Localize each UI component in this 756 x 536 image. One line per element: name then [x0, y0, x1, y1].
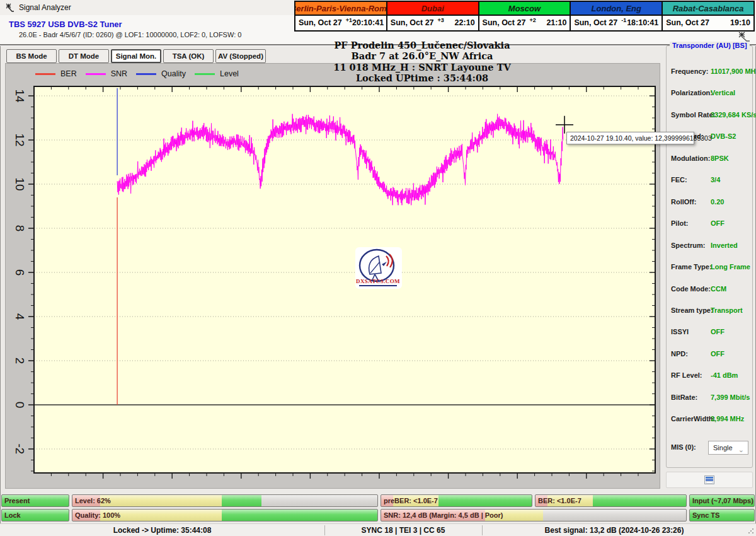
clock-city-label: Dubai	[387, 2, 478, 16]
tab-tsa[interactable]: TSA (OK)	[163, 49, 214, 63]
legend-item-quality: Quality	[136, 69, 186, 78]
field-value: OFF	[711, 219, 724, 227]
clock-date: Sun, Oct 27	[391, 18, 434, 27]
field-value: OFF	[711, 350, 724, 358]
field-value: DVB-S2	[711, 132, 736, 140]
status-uptime: Locked -> Uptime: 35:44:08	[0, 524, 324, 536]
legend-item-snr: SNR	[86, 69, 127, 78]
field-label: Modulation:	[671, 154, 710, 163]
clock-dubai: Dubai Sun, Oct 27 +3 22:10	[386, 2, 478, 30]
field-label: Pilot:	[671, 219, 689, 228]
mis-select[interactable]: Single ⌄	[708, 441, 748, 455]
clock-date: Sun, Oct 27	[483, 18, 526, 27]
chart-title: PF Prodelin 450_Lučenec/Slovakia Badr 7 …	[220, 40, 624, 84]
field-label: FEC:	[671, 176, 687, 185]
present-label: Present	[2, 495, 69, 506]
ber-bar: BER: <1.0E-7	[535, 494, 687, 507]
y-axis-tick-label: 14	[11, 88, 28, 104]
ber-label: BER: <1.0E-7	[536, 495, 686, 506]
legend-label: BER	[60, 69, 77, 78]
clock-date: Sun, Oct 27	[574, 18, 617, 27]
clock-rabat: Rabat-Casablanca Sun, Oct 27 19:10	[662, 2, 753, 30]
y-axis-tick-label: 2	[11, 352, 28, 369]
transponder-field-row: Modulation:8PSK	[671, 154, 752, 163]
world-clocks: Berlin-Paris-Vienna-Roma Sun, Oct 27 +1 …	[294, 1, 755, 32]
preber-label: preBER: <1.0E-7	[381, 495, 532, 506]
field-label: ISSYI	[671, 328, 689, 337]
clock-date: Sun, Oct 27	[299, 18, 342, 27]
y-axis-tick-label: 12	[11, 132, 28, 148]
clock-utc-offset: +3	[438, 17, 444, 23]
chart-title-line1: PF Prodelin 450_Lučenec/Slovakia	[220, 40, 624, 50]
tab-signal-mon[interactable]: Signal Mon.	[111, 49, 161, 63]
status-sync: SYNC 18 | TEI 3 | CC 65	[324, 524, 482, 536]
clock-utc-offset: +1	[346, 17, 352, 23]
field-value: Transport	[711, 306, 743, 314]
field-label: RF Level:	[671, 371, 702, 380]
mis-selected-value: Single	[713, 444, 733, 452]
field-label: NPD:	[671, 350, 688, 359]
input-indicator: Input (~7,07 Mbps)	[689, 494, 755, 507]
preber-bar: preBER: <1.0E-7	[381, 494, 532, 507]
syncts-indicator: Sync TS	[689, 509, 755, 521]
lock-label: Lock	[2, 510, 69, 521]
ber-line-swatch	[35, 73, 55, 75]
clock-time: 20:10:41	[352, 18, 384, 27]
y-axis-tick-label: 4	[11, 308, 28, 325]
tuner-title: TBS 5927 USB DVB-S2 Tuner	[9, 20, 122, 29]
clock-city-label: Rabat-Casablanca	[663, 2, 753, 16]
y-axis-tick-label: 0	[11, 397, 28, 413]
field-value: -41 dBm	[711, 371, 738, 379]
transponder-field-row: FEC:3/4	[671, 176, 752, 185]
field-value: 11017,900 MHz	[711, 67, 756, 75]
field-label: Symbol Rate:	[671, 111, 715, 120]
transponder-field-row: Pilot:OFF	[671, 219, 752, 228]
field-label: RollOff:	[671, 198, 696, 207]
syncts-label: Sync TS	[690, 510, 754, 521]
chart-title-line2: Badr 7 at 26.0°E_NW Africa	[220, 50, 624, 61]
field-label: Polarization:	[671, 89, 713, 98]
clock-time: 21:10	[546, 18, 566, 27]
field-label: CarrierWidth:	[671, 415, 715, 424]
tab-bs-mode[interactable]: BS Mode	[6, 49, 57, 63]
dxsatcs-logo-underline	[359, 285, 397, 286]
transponder-field-row: Stream type:Transport	[671, 306, 752, 315]
field-value: Long Frame	[711, 263, 750, 271]
mis-label: MIS (0):	[671, 443, 696, 452]
field-label: Frequency:	[671, 67, 708, 76]
clock-date: Sun, Oct 27	[666, 18, 709, 27]
antenna-tray-icon[interactable]	[737, 31, 751, 42]
field-value: 8PSK	[711, 154, 729, 162]
snr-time-plot[interactable]	[5, 63, 660, 489]
resize-grip[interactable]	[747, 527, 755, 535]
clock-city-label: Berlin-Paris-Vienna-Roma	[295, 2, 386, 16]
level-bar: Level: 62%	[72, 494, 378, 507]
legend-label: SNR	[111, 69, 127, 78]
field-label: Stream type:	[671, 306, 713, 315]
transponder-field-row: ISSYIOFF	[671, 328, 752, 337]
clock-moscow: Moscow Sun, Oct 27 +2 21:10	[478, 2, 570, 30]
chevron-down-icon: ⌄	[738, 443, 744, 456]
legend-label: Level	[220, 69, 239, 78]
tuner-subtitle: 26.0E - Badr 4/5/6/7 (ID: 0260) @ LOF1: …	[19, 31, 241, 38]
field-value: 7,399 Mbit/s	[711, 393, 750, 401]
clock-city-label: Moscow	[479, 2, 570, 16]
y-axis-tick-label: 8	[11, 220, 28, 236]
transponder-field-row: Frequency:11017,900 MHz	[671, 67, 752, 76]
quality-label: Quality: 100%	[72, 510, 377, 521]
level-label: Level: 62%	[72, 495, 377, 506]
level-line-swatch	[195, 73, 215, 75]
field-value: OFF	[711, 328, 724, 335]
field-label: Frame Type:	[671, 263, 712, 272]
quality-bar: Quality: 100%	[72, 509, 378, 521]
transponder-field-row: RF Level:-41 dBm	[671, 371, 752, 380]
tab-dt-mode[interactable]: DT Mode	[59, 49, 109, 63]
clock-time: 18:10:41	[627, 18, 658, 27]
quality-line-swatch	[136, 73, 156, 75]
field-value: 0.20	[711, 198, 724, 206]
panel-button[interactable]	[666, 472, 753, 488]
legend-item-level: Level	[195, 69, 239, 78]
transponder-field-row: BitRate:7,399 Mbit/s	[671, 393, 752, 402]
y-axis-tick-label: 6	[11, 264, 28, 281]
clock-time-row: Sun, Oct 27 +1 20:10:41	[295, 16, 386, 29]
